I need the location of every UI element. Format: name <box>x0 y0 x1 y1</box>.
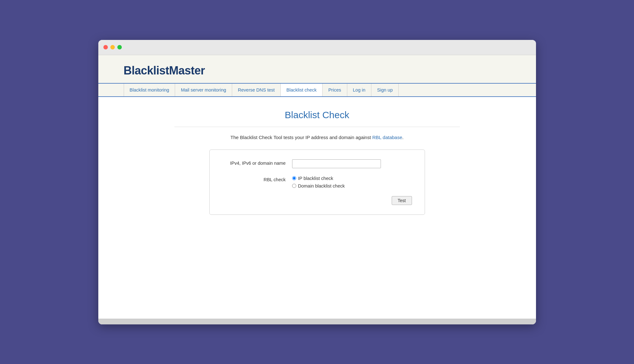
nav-item-blacklist-check[interactable]: Blacklist check <box>281 84 323 96</box>
site-nav: Blacklist monitoring Mail server monitor… <box>98 84 536 97</box>
site-logo[interactable]: BlacklistMaster <box>124 64 511 77</box>
browser-footer <box>98 319 536 324</box>
test-button[interactable]: Test <box>392 196 412 205</box>
nav-item-sign-up[interactable]: Sign up <box>371 84 399 96</box>
ip-field-label: IPv4, IPv6 or domain name <box>222 159 292 166</box>
form-actions: Test <box>222 196 412 205</box>
page-description: The Blacklist Check Tool tests your IP a… <box>124 135 511 140</box>
maximize-button-icon[interactable] <box>117 45 122 49</box>
description-text-after: . <box>402 135 403 140</box>
browser-content: BlacklistMaster Blacklist monitoring Mai… <box>98 55 536 319</box>
ip-field-control <box>292 159 412 168</box>
ip-input[interactable] <box>292 159 381 168</box>
rbl-radio-group: IP blacklist check Domain blacklist chec… <box>292 176 412 188</box>
ip-blacklist-radio[interactable] <box>292 176 296 180</box>
close-button-icon[interactable] <box>103 45 108 49</box>
rbl-check-label: RBL check <box>222 176 292 182</box>
description-text-before: The Blacklist Check Tool tests your IP a… <box>231 135 372 140</box>
rbl-database-link[interactable]: RBL database <box>372 135 402 140</box>
main-content: Blacklist Check The Blacklist Check Tool… <box>98 97 536 319</box>
nav-item-log-in[interactable]: Log in <box>347 84 372 96</box>
page-title: Blacklist Check <box>124 110 511 120</box>
page-divider <box>174 127 460 127</box>
nav-item-reverse-dns-test[interactable]: Reverse DNS test <box>232 84 281 96</box>
site-header: BlacklistMaster <box>98 55 536 84</box>
browser-window: BlacklistMaster Blacklist monitoring Mai… <box>98 40 536 324</box>
nav-item-blacklist-monitoring[interactable]: Blacklist monitoring <box>124 84 175 96</box>
rbl-check-row: RBL check IP blacklist check Domain blac… <box>222 176 412 188</box>
domain-blacklist-check-option[interactable]: Domain blacklist check <box>292 183 412 188</box>
domain-blacklist-check-label: Domain blacklist check <box>298 183 345 188</box>
form-card: IPv4, IPv6 or domain name RBL check IP b… <box>209 150 425 215</box>
ip-blacklist-check-option[interactable]: IP blacklist check <box>292 176 412 181</box>
minimize-button-icon[interactable] <box>110 45 115 49</box>
browser-titlebar <box>98 40 536 55</box>
nav-item-mail-server-monitoring[interactable]: Mail server monitoring <box>175 84 232 96</box>
domain-blacklist-radio[interactable] <box>292 184 296 188</box>
nav-item-prices[interactable]: Prices <box>323 84 347 96</box>
ip-input-row: IPv4, IPv6 or domain name <box>222 159 412 168</box>
ip-blacklist-check-label: IP blacklist check <box>298 176 333 181</box>
